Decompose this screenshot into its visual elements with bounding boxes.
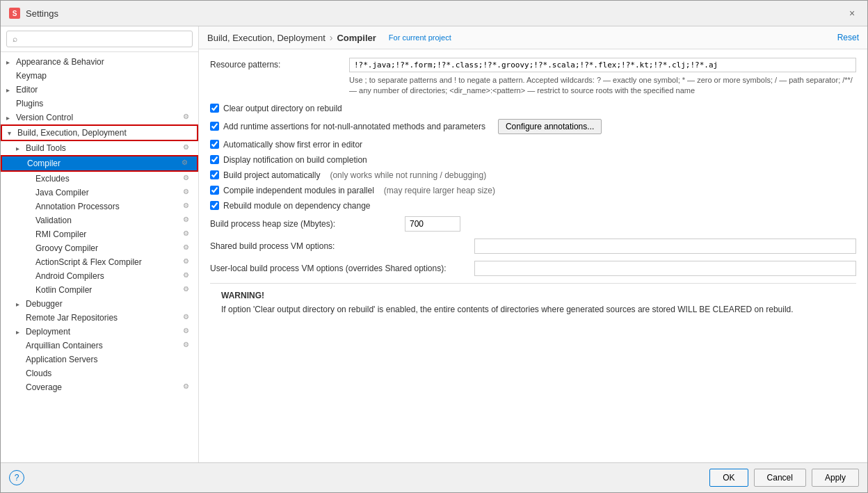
window-title: Settings <box>26 8 58 19</box>
sidebar-label-excludes: Excludes <box>35 174 183 184</box>
sidebar-item-app-servers[interactable]: Application Servers <box>1 353 198 366</box>
sidebar-item-kotlin-compiler[interactable]: Kotlin Compiler⚙ <box>1 283 198 297</box>
heap-size-input[interactable] <box>405 216 460 232</box>
checkbox-build-auto: Build project automatically (only works … <box>210 170 856 180</box>
sidebar-item-coverage[interactable]: Coverage⚙ <box>1 380 198 394</box>
search-input[interactable] <box>6 31 193 47</box>
sidebar-item-plugins[interactable]: Plugins <box>1 97 198 111</box>
heap-size-row: Build process heap size (Mbytes): <box>210 216 856 232</box>
checkbox-add-runtime: Add runtime assertions for not-null-anno… <box>210 119 856 134</box>
user-vm-row: User-local build process VM options (ove… <box>210 261 856 276</box>
help-button[interactable]: ? <box>9 470 24 485</box>
tree-arrow-deployment: ▸ <box>16 328 26 336</box>
title-bar: S Settings × <box>1 1 867 26</box>
apply-button[interactable]: Apply <box>812 469 859 487</box>
settings-dialog: S Settings × ▸Appearance & BehaviorKeyma… <box>0 0 868 493</box>
warning-text: If option 'Clear output directory on reb… <box>221 303 845 316</box>
gear-icon-coverage: ⚙ <box>183 382 193 392</box>
gear-icon-compiler: ⚙ <box>182 159 191 168</box>
sidebar-label-kotlin-compiler: Kotlin Compiler <box>35 285 183 295</box>
settings-main: Build, Execution, Deployment › Compiler … <box>199 26 867 462</box>
sidebar-item-deployment[interactable]: ▸Deployment⚙ <box>1 325 198 339</box>
gear-icon-remote-jar: ⚙ <box>183 313 193 323</box>
sidebar-item-debugger[interactable]: ▸Debugger <box>1 297 198 311</box>
tree-arrow-build-execution: ▾ <box>8 129 17 137</box>
sidebar-item-build-execution[interactable]: ▾Build, Execution, Deployment <box>1 124 198 141</box>
rebuild-module-checkbox[interactable] <box>210 201 219 210</box>
sidebar-label-compiler: Compiler <box>27 159 182 168</box>
add-runtime-label: Add runtime assertions for not-null-anno… <box>223 122 485 131</box>
sidebar-item-remote-jar[interactable]: Remote Jar Repositories⚙ <box>1 311 198 325</box>
gear-icon-build-tools: ⚙ <box>183 143 193 153</box>
sidebar-label-annotation-processors: Annotation Processors <box>35 202 183 211</box>
app-icon: S <box>9 8 20 19</box>
warning-box: WARNING! If option 'Clear output directo… <box>210 283 856 323</box>
close-button[interactable]: × <box>845 6 859 20</box>
compile-parallel-label: Compile independent modules in parallel <box>223 186 374 195</box>
sidebar-item-version-control[interactable]: ▸Version Control⚙ <box>1 111 198 124</box>
sidebar-item-actionscript-compiler[interactable]: ActionScript & Flex Compiler⚙ <box>1 255 198 269</box>
search-box <box>1 26 198 52</box>
gear-icon-rmi-compiler: ⚙ <box>183 229 193 239</box>
sidebar-item-groovy-compiler[interactable]: Groovy Compiler⚙ <box>1 241 198 255</box>
sidebar-label-remote-jar: Remote Jar Repositories <box>26 313 183 323</box>
gear-icon-actionscript-compiler: ⚙ <box>183 257 193 267</box>
tree-container: ▸Appearance & BehaviorKeymap▸EditorPlugi… <box>1 52 198 462</box>
sidebar-label-app-servers: Application Servers <box>26 355 193 364</box>
sidebar-item-rmi-compiler[interactable]: RMI Compiler⚙ <box>1 227 198 241</box>
clear-output-label: Clear output directory on rebuild <box>223 104 342 113</box>
gear-icon-validation: ⚙ <box>183 216 193 225</box>
sidebar-label-actionscript-compiler: ActionScript & Flex Compiler <box>35 257 183 267</box>
user-vm-input[interactable] <box>474 261 856 276</box>
clear-output-checkbox[interactable] <box>210 104 219 113</box>
checkbox-clear-output: Clear output directory on rebuild <box>210 104 856 113</box>
checkbox-auto-show-error: Automatically show first error in editor <box>210 140 856 149</box>
sidebar-label-arquillian: Arquillian Containers <box>26 341 183 350</box>
sidebar-item-validation[interactable]: Validation⚙ <box>1 213 198 227</box>
sidebar-item-android-compilers[interactable]: Android Compilers⚙ <box>1 269 198 283</box>
sidebar-item-arquillian[interactable]: Arquillian Containers⚙ <box>1 339 198 353</box>
sidebar-item-editor[interactable]: ▸Editor <box>1 83 198 97</box>
breadcrumb-path: Build, Execution, Deployment <box>207 33 326 43</box>
ok-button[interactable]: OK <box>709 469 748 487</box>
resource-patterns-input[interactable] <box>349 58 856 72</box>
shared-vm-input[interactable] <box>474 239 856 254</box>
display-notification-checkbox[interactable] <box>210 155 219 164</box>
auto-show-error-checkbox[interactable] <box>210 140 219 149</box>
configure-annotations-button[interactable]: Configure annotations... <box>498 119 602 134</box>
breadcrumb-bar: Build, Execution, Deployment › Compiler … <box>199 26 867 49</box>
warning-title: WARNING! <box>221 291 845 300</box>
main-content-area: ▸Appearance & BehaviorKeymap▸EditorPlugi… <box>1 26 867 462</box>
checkbox-compile-parallel: Compile independent modules in parallel … <box>210 186 856 195</box>
sidebar-item-annotation-processors[interactable]: Annotation Processors⚙ <box>1 200 198 213</box>
gear-icon-android-compilers: ⚙ <box>183 271 193 281</box>
sidebar-label-build-execution: Build, Execution, Deployment <box>17 128 191 138</box>
resource-patterns-row: Resource patterns: Use ; to separate pat… <box>210 58 856 97</box>
project-link[interactable]: For current project <box>389 33 451 42</box>
sidebar-label-plugins: Plugins <box>16 99 193 108</box>
reset-button[interactable]: Reset <box>837 33 859 42</box>
gear-icon-excludes: ⚙ <box>183 174 193 184</box>
sidebar-label-validation: Validation <box>35 216 183 225</box>
sidebar-item-keymap[interactable]: Keymap <box>1 69 198 83</box>
sidebar-item-appearance[interactable]: ▸Appearance & Behavior <box>1 55 198 69</box>
add-runtime-checkbox[interactable] <box>210 122 219 131</box>
sidebar-item-clouds[interactable]: Clouds <box>1 366 198 380</box>
sidebar-item-build-tools[interactable]: ▸Build Tools⚙ <box>1 141 198 155</box>
sidebar-item-excludes[interactable]: Excludes⚙ <box>1 172 198 186</box>
sidebar-item-compiler[interactable]: Compiler⚙ <box>1 155 198 172</box>
sidebar-label-editor: Editor <box>16 85 193 95</box>
resource-patterns-control: Use ; to separate patterns and ! to nega… <box>349 58 856 97</box>
tree-arrow-version-control: ▸ <box>6 114 16 122</box>
settings-panel: Resource patterns: Use ; to separate pat… <box>199 49 867 462</box>
checkbox-display-notification: Display notification on build completion <box>210 155 856 165</box>
shared-vm-label: Shared build process VM options: <box>210 241 474 251</box>
sidebar-item-java-compiler[interactable]: Java Compiler⚙ <box>1 186 198 200</box>
compile-parallel-checkbox[interactable] <box>210 186 219 195</box>
build-auto-hint: (only works while not running / debuggin… <box>330 170 486 180</box>
build-auto-checkbox[interactable] <box>210 170 219 179</box>
cancel-button[interactable]: Cancel <box>754 469 806 487</box>
breadcrumb-separator: › <box>330 32 333 43</box>
sidebar-label-build-tools: Build Tools <box>26 143 183 153</box>
shared-vm-row: Shared build process VM options: <box>210 239 856 254</box>
